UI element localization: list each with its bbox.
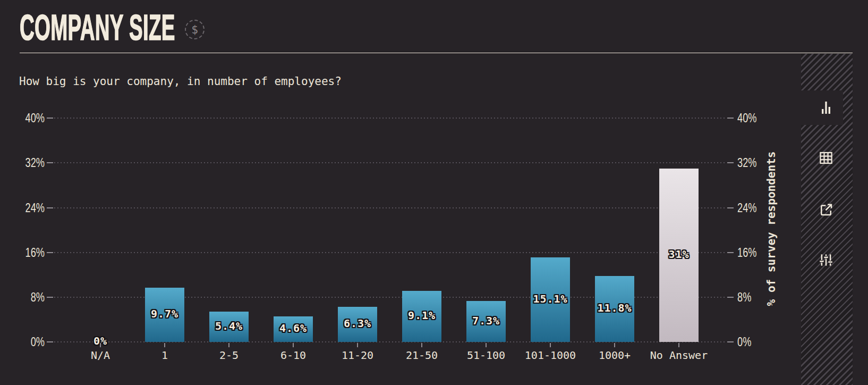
y-tick-label-left: 24%: [16, 202, 45, 214]
x-axis-tick: [421, 343, 422, 347]
y-tick-label-right: 0%: [737, 336, 751, 348]
external-link-icon: [818, 202, 834, 217]
y-tick-label-left: 8%: [16, 291, 45, 304]
y-axis-tick-left: [47, 118, 53, 119]
x-axis-tick: [228, 343, 229, 347]
y-tick-label-right: 8%: [737, 291, 751, 304]
sliders-icon: [818, 252, 834, 268]
x-tick-label: No Answer: [631, 349, 727, 362]
y-axis-tick-right: [727, 252, 734, 253]
y-tick-label-right: 16%: [737, 246, 757, 259]
x-axis-tick: [550, 343, 551, 347]
x-axis-tick: [100, 343, 101, 347]
x-axis-tick: [357, 343, 358, 347]
x-axis-tick: [164, 343, 165, 347]
y-tick-label-left: 40%: [16, 112, 45, 124]
sidebar-table-view-button[interactable]: [818, 149, 835, 166]
bar-value-label: 31%: [639, 248, 719, 261]
y-tick-label-left: 0%: [16, 336, 45, 348]
y-axis-tick-left: [47, 207, 53, 208]
table-icon: [818, 150, 834, 166]
bar-value-label: 7.3%: [446, 314, 526, 327]
sidebar-external-link-button[interactable]: [818, 201, 835, 218]
y-tick-label-right: 40%: [737, 112, 757, 124]
x-axis-tick: [614, 343, 615, 347]
gridline: [54, 118, 726, 119]
y-tick-label-right: 24%: [737, 202, 757, 214]
y-axis-tick-left: [47, 162, 53, 163]
y-tick-label-right: 32%: [737, 156, 757, 169]
bar-value-label: 9.7%: [125, 307, 205, 320]
bar-chart-icon: [818, 99, 834, 115]
y-axis-tick-left: [47, 341, 53, 342]
sidebar-chart-view-button[interactable]: [818, 99, 835, 116]
header-divider: [20, 53, 853, 53]
bar-value-label: 11.8%: [575, 302, 654, 314]
y-axis-tick-right: [727, 341, 734, 342]
dollar-icon: $: [191, 23, 198, 36]
y-axis-tick-right: [727, 297, 734, 298]
x-axis-tick: [486, 343, 487, 347]
y-axis-title: % of survey respondents: [764, 144, 778, 314]
y-axis-tick-left: [47, 297, 53, 298]
currency-badge[interactable]: $: [185, 20, 205, 39]
y-tick-label-left: 32%: [16, 156, 45, 169]
y-axis-tick-left: [47, 252, 53, 253]
gridline: [54, 162, 726, 163]
sidebar-filters-button[interactable]: [818, 252, 835, 269]
x-axis-tick: [293, 343, 294, 347]
y-tick-label-left: 16%: [16, 246, 45, 259]
gridline: [54, 252, 726, 253]
y-axis-tick-right: [727, 162, 734, 163]
gridline: [54, 207, 726, 208]
page-title: COMPANY SIZE: [20, 10, 175, 46]
survey-question: How big is your company, in number of em…: [19, 75, 342, 88]
y-axis-tick-right: [727, 118, 734, 119]
survey-results-page: COMPANY SIZE $ How big is your company, …: [0, 0, 868, 385]
y-axis-tick-right: [727, 207, 734, 208]
x-axis-tick: [678, 343, 679, 347]
